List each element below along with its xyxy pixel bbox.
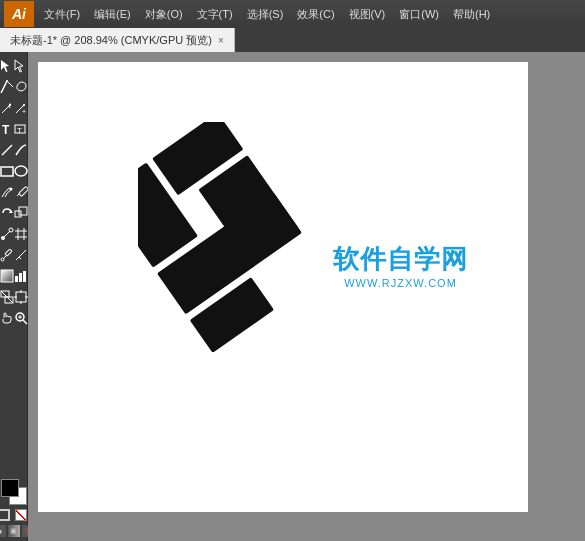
type-tool[interactable]: T [0,119,14,139]
line-tool[interactable] [0,140,14,160]
artboard-tool[interactable] [14,287,28,307]
gradient-tool[interactable] [0,266,14,286]
artwork-svg [138,122,308,352]
canvas-area: 软件自学网 WWW.RJZXW.COM [28,52,585,541]
brush-tool[interactable] [0,182,14,202]
svg-text:+: + [22,108,26,115]
none-box[interactable] [15,509,27,521]
rect-tool[interactable] [0,161,14,181]
zoom-tool[interactable] [14,308,28,328]
toolbar: + T T [0,52,28,541]
slice-tool[interactable] [0,287,14,307]
svg-line-2 [1,81,7,93]
eyedropper-tool[interactable] [0,245,14,265]
color-section: ■ ▣ ∅ [0,479,27,541]
svg-point-4 [6,80,8,82]
canvas-document: 软件自学网 WWW.RJZXW.COM [38,62,528,512]
pen-tool[interactable] [0,98,14,118]
svg-line-31 [19,257,21,259]
select-tool[interactable] [0,56,14,76]
title-bar: Ai 文件(F) 编辑(E) 对象(O) 文字(T) 选择(S) 效果(C) 视… [0,0,585,28]
svg-line-21 [4,231,10,237]
scale-tool[interactable] [14,203,28,223]
svg-line-30 [16,258,18,260]
svg-rect-14 [19,186,28,196]
menu-file[interactable]: 文件(F) [38,5,86,24]
area-type-tool[interactable]: T [14,119,28,139]
mesh-tool[interactable] [14,224,28,244]
magic-wand-tool[interactable] [0,77,14,97]
svg-rect-26 [5,249,12,256]
tool-row-hand [0,308,27,328]
arc-tool[interactable] [14,140,28,160]
svg-marker-0 [1,60,9,72]
menu-object[interactable]: 对象(O) [139,5,189,24]
svg-marker-1 [15,60,23,72]
tool-row-shape [0,161,27,181]
tool-row-brush [0,182,27,202]
tab-label: 未标题-1* @ 208.94% (CMYK/GPU 预览) [10,33,212,48]
svg-line-10 [2,145,12,155]
measure-tool[interactable] [14,245,28,265]
menu-select[interactable]: 选择(S) [241,5,290,24]
blend-tool[interactable] [0,224,14,244]
svg-rect-40 [16,292,26,302]
svg-point-28 [1,258,4,261]
tool-row-gradient [0,266,27,286]
svg-line-46 [23,320,27,324]
svg-text:T: T [2,123,10,136]
ellipse-tool[interactable] [14,161,28,181]
ai-logo: Ai [4,1,34,27]
svg-line-3 [7,81,13,87]
add-anchor-tool[interactable]: + [14,98,28,118]
menu-help[interactable]: 帮助(H) [447,5,496,24]
svg-point-12 [15,166,27,176]
tool-row-type: T T [0,119,27,139]
svg-rect-35 [19,273,22,282]
pencil-tool[interactable] [14,182,28,202]
direct-select-tool[interactable] [14,56,28,76]
tool-row-select [0,56,27,76]
menu-effect[interactable]: 效果(C) [291,5,340,24]
tab-bar: 未标题-1* @ 208.94% (CMYK/GPU 预览) × [0,28,585,52]
menu-edit[interactable]: 编辑(E) [88,5,137,24]
menu-bar: 文件(F) 编辑(E) 对象(O) 文字(T) 选择(S) 效果(C) 视图(V… [38,5,581,24]
stroke-box[interactable] [0,509,10,521]
svg-rect-32 [1,270,13,282]
svg-rect-34 [15,276,18,282]
tool-row-pen: + [0,98,27,118]
column-chart-tool[interactable] [14,266,28,286]
svg-rect-11 [1,167,13,176]
menu-type[interactable]: 文字(T) [191,5,239,24]
tool-row-blend [0,224,27,244]
svg-rect-17 [15,211,21,217]
tool-row-magic [0,77,27,97]
svg-text:T: T [17,126,22,135]
foreground-color[interactable] [1,479,19,497]
lasso-tool[interactable] [14,77,28,97]
watermark-main-text: 软件自学网 [333,242,468,277]
svg-rect-36 [23,271,26,282]
color-boxes[interactable] [1,479,27,505]
main-layout: + T T [0,52,585,541]
menu-window[interactable]: 窗口(W) [393,5,445,24]
tool-row-transform [0,203,27,223]
menu-view[interactable]: 视图(V) [343,5,392,24]
tool-row-slice [0,287,27,307]
color-mode-btn[interactable]: ■ [0,525,6,537]
artwork [138,122,308,356]
svg-line-15 [17,194,19,196]
gradient-mode-btn[interactable]: ▣ [8,525,20,537]
watermark: 软件自学网 WWW.RJZXW.COM [333,242,468,289]
tool-row-eyedropper [0,245,27,265]
svg-point-5 [9,104,11,106]
watermark-sub-text: WWW.RJZXW.COM [333,277,468,289]
document-tab[interactable]: 未标题-1* @ 208.94% (CMYK/GPU 预览) × [0,28,235,52]
hand-tool[interactable] [0,308,14,328]
rotate-tool[interactable] [0,203,14,223]
tool-row-line [0,140,27,160]
svg-point-13 [10,188,13,191]
tab-close-button[interactable]: × [218,35,224,46]
stroke-fill-row [0,509,29,523]
